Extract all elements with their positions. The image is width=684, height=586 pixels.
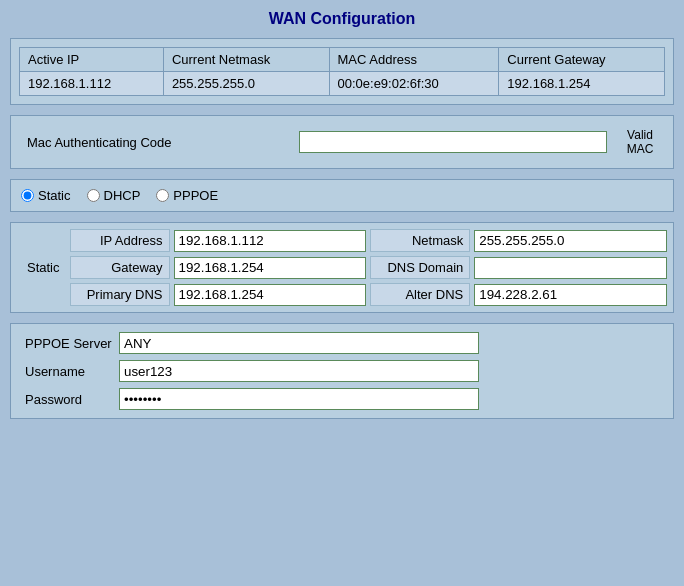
dns-domain-label: DNS Domain	[370, 256, 470, 279]
mac-auth-input[interactable]	[299, 131, 607, 153]
pppoe-section: PPPOE Server Username Password	[10, 323, 674, 419]
pppoe-password-label: Password	[19, 389, 119, 410]
primary-dns-label: Primary DNS	[70, 283, 170, 306]
pppoe-server-input[interactable]	[119, 332, 479, 354]
radio-static-input[interactable]	[21, 189, 34, 202]
pppoe-server-label: PPPOE Server	[19, 333, 119, 354]
active-ip-value: 192.168.1.112	[20, 72, 164, 96]
gateway-label: Gateway	[70, 256, 170, 279]
primary-dns-input[interactable]	[174, 284, 367, 306]
col-header-mac: MAC Address	[329, 48, 499, 72]
pppoe-username-input[interactable]	[119, 360, 479, 382]
col-header-netmask: Current Netmask	[163, 48, 329, 72]
status-table: Active IP Current Netmask MAC Address Cu…	[19, 47, 665, 96]
pppoe-password-row: Password	[19, 388, 665, 410]
table-row: 192.168.1.112 255.255.255.0 00:0e:e9:02:…	[20, 72, 665, 96]
page-title: WAN Configuration	[10, 10, 674, 28]
radio-dhcp-input[interactable]	[87, 189, 100, 202]
pppoe-username-row: Username	[19, 360, 665, 382]
static-section-label: Static	[17, 229, 70, 306]
netmask-input[interactable]	[474, 230, 667, 252]
gateway-value: 192.168.1.254	[499, 72, 665, 96]
mac-auth-section: Mac Authenticating Code Valid MAC	[10, 115, 674, 169]
ip-address-label: IP Address	[70, 229, 170, 252]
gateway-input[interactable]	[174, 257, 367, 279]
netmask-label: Netmask	[370, 229, 470, 252]
static-fields-grid: IP Address Netmask Gateway DNS Domain Pr…	[70, 229, 667, 306]
col-header-gateway: Current Gateway	[499, 48, 665, 72]
radio-pppoe-label: PPPOE	[173, 188, 218, 203]
alter-dns-label: Alter DNS	[370, 283, 470, 306]
ip-address-input[interactable]	[174, 230, 367, 252]
radio-group: Static DHCP PPPOE	[21, 188, 218, 203]
pppoe-password-input[interactable]	[119, 388, 479, 410]
radio-dhcp-label: DHCP	[104, 188, 141, 203]
radio-static[interactable]: Static	[21, 188, 71, 203]
radio-static-label: Static	[38, 188, 71, 203]
status-section: Active IP Current Netmask MAC Address Cu…	[10, 38, 674, 105]
static-config-section: Static IP Address Netmask Gateway DNS Do…	[10, 222, 674, 313]
valid-mac-label: Valid MAC	[615, 128, 665, 156]
mac-auth-label: Mac Authenticating Code	[19, 131, 299, 154]
radio-dhcp[interactable]: DHCP	[87, 188, 141, 203]
pppoe-server-row: PPPOE Server	[19, 332, 665, 354]
dns-domain-input[interactable]	[474, 257, 667, 279]
pppoe-username-label: Username	[19, 361, 119, 382]
radio-pppoe-input[interactable]	[156, 189, 169, 202]
mac-address-value: 00:0e:e9:02:6f:30	[329, 72, 499, 96]
connection-type-section: Static DHCP PPPOE	[10, 179, 674, 212]
col-header-active-ip: Active IP	[20, 48, 164, 72]
netmask-value: 255.255.255.0	[163, 72, 329, 96]
alter-dns-input[interactable]	[474, 284, 667, 306]
radio-pppoe[interactable]: PPPOE	[156, 188, 218, 203]
